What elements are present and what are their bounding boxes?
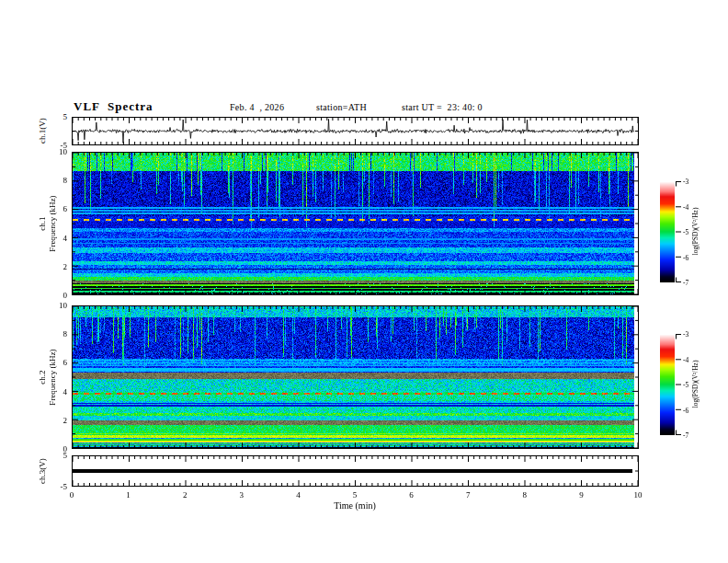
- start-ut-text: start UT = 23: 40: 0: [402, 102, 483, 112]
- y-tick-label: 0: [41, 291, 67, 300]
- colorbar-tick-label: -7: [683, 279, 700, 288]
- colorbar-tick-label: -6: [683, 254, 700, 263]
- ch2-frequency-axis-label-line1: ch.2: [38, 327, 48, 428]
- colorbar-tick-label: -4: [683, 356, 700, 365]
- colorbar-tick-label: -7: [683, 431, 700, 441]
- x-tick-label: 4: [289, 490, 307, 500]
- colorbar-1: [660, 181, 675, 282]
- vlf-spectra-figure: VLF Spectra Feb. 4 , 2026 station=ATH st…: [0, 0, 728, 563]
- y-tick-label: 0: [41, 444, 67, 454]
- colorbar-tick-label: -5: [683, 228, 700, 237]
- x-tick-label: 7: [459, 490, 477, 500]
- ch2-frequency-axis-label: ch.2 Frequency (kHz): [38, 327, 58, 428]
- x-tick-label: 10: [629, 490, 647, 500]
- y-tick-label: 2: [41, 262, 67, 271]
- colorbar-tick-label: -5: [683, 381, 700, 390]
- y-tick-label: 4: [41, 234, 67, 243]
- date-text: Feb. 4 , 2026: [230, 102, 284, 112]
- axis-ticks: [73, 153, 638, 294]
- y-tick-label: 8: [41, 329, 67, 339]
- colorbar-tick-label: -4: [683, 203, 700, 213]
- colorbar-2: [660, 334, 675, 435]
- ch1-frequency-axis-label-line2: Frequency (kHz): [48, 173, 58, 274]
- axis-ticks: [73, 306, 638, 448]
- x-tick-label: 5: [346, 490, 364, 500]
- x-tick-label: 8: [516, 490, 534, 500]
- x-tick-label: 6: [403, 490, 421, 500]
- y-tick-label: 2: [41, 416, 67, 425]
- ch3-waveform-panel: [72, 455, 639, 487]
- y-tick-label: 10: [41, 301, 67, 310]
- ch2-spectrogram-panel: [72, 305, 639, 449]
- x-tick-label: 9: [572, 490, 590, 500]
- ch1-spectrogram-panel: [72, 152, 639, 295]
- time-axis-label: Time (min): [309, 501, 401, 511]
- x-tick-label: 0: [63, 490, 81, 500]
- axis-ticks: [73, 456, 638, 486]
- ch1-frequency-axis-label: ch.1 Frequency (kHz): [38, 173, 58, 274]
- y-tick-label: 6: [41, 204, 67, 213]
- ch1-waveform-panel: [72, 117, 639, 145]
- axis-ticks: [73, 118, 638, 144]
- ch2-frequency-axis-label-line2: Frequency (kHz): [48, 327, 58, 428]
- x-tick-label: 2: [176, 490, 194, 500]
- y-tick-label: 4: [41, 387, 67, 396]
- y-tick-label: 10: [41, 147, 67, 156]
- colorbar-tick-label: -3: [683, 330, 700, 339]
- y-tick-label: 8: [41, 176, 67, 185]
- ch1-frequency-axis-label-line1: ch.1: [38, 173, 48, 274]
- x-tick-label: 3: [233, 490, 251, 500]
- figure-title: VLF Spectra: [74, 99, 154, 114]
- y-tick-label: 5: [41, 112, 67, 121]
- station-text: station=ATH: [316, 102, 367, 112]
- colorbar-tick-label: -3: [683, 178, 700, 187]
- x-tick-label: 1: [119, 490, 138, 500]
- colorbar-tick-label: -6: [683, 407, 700, 416]
- y-tick-label: 6: [41, 358, 67, 367]
